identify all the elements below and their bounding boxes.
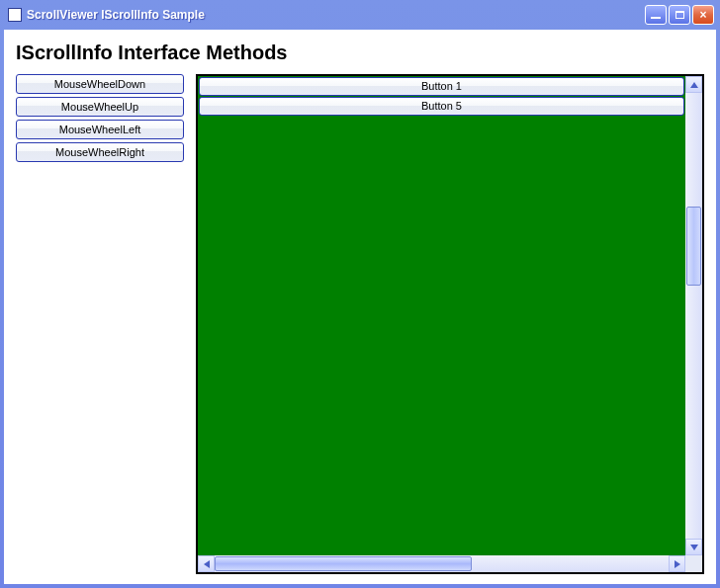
scrollbar-corner [685, 555, 702, 572]
close-button[interactable]: × [692, 5, 714, 25]
mouse-wheel-left-button[interactable]: MouseWheelLeft [16, 120, 184, 139]
maximize-button[interactable] [669, 5, 690, 25]
viewport-row: Button 1 Button 5 [198, 76, 702, 555]
app-window: ScrollViewer IScrollInfo Sample × IScrol… [0, 0, 720, 588]
minimize-button[interactable] [645, 5, 667, 25]
content-button-5[interactable]: Button 5 [199, 97, 684, 116]
horizontal-scroll-thumb[interactable] [215, 556, 472, 571]
content-button-1[interactable]: Button 1 [199, 77, 684, 96]
maximize-icon [675, 11, 684, 19]
scroll-left-button[interactable] [198, 555, 215, 572]
scroll-viewer: Button 1 Button 5 [196, 74, 704, 574]
title-bar[interactable]: ScrollViewer IScrollInfo Sample × [4, 4, 716, 30]
mouse-wheel-up-button[interactable]: MouseWheelUp [16, 97, 184, 117]
arrow-down-icon [690, 545, 698, 550]
client-area: IScrollInfo Interface Methods MouseWheel… [4, 30, 716, 584]
scroll-viewport[interactable]: Button 1 Button 5 [198, 76, 685, 555]
window-controls: × [645, 5, 714, 25]
vertical-scroll-thumb[interactable] [686, 207, 701, 286]
arrow-left-icon [204, 560, 210, 568]
close-icon: × [699, 9, 706, 21]
arrow-right-icon [675, 560, 680, 568]
scroll-up-button[interactable] [685, 76, 702, 93]
scroll-content: Button 1 Button 5 [198, 76, 685, 116]
window-title: ScrollViewer IScrollInfo Sample [27, 8, 645, 22]
page-heading: IScrollInfo Interface Methods [16, 42, 704, 64]
arrow-up-icon [690, 82, 698, 88]
horizontal-scrollbar-row [198, 555, 702, 572]
horizontal-scrollbar[interactable] [198, 555, 685, 572]
side-button-panel: MouseWheelDown MouseWheelUp MouseWheelLe… [16, 74, 184, 574]
scroll-down-button[interactable] [685, 539, 702, 555]
minimize-icon [651, 17, 661, 19]
mouse-wheel-down-button[interactable]: MouseWheelDown [16, 74, 184, 94]
horizontal-scroll-track[interactable] [215, 555, 669, 572]
content-row: MouseWheelDown MouseWheelUp MouseWheelLe… [16, 74, 704, 574]
app-icon [8, 8, 22, 22]
scroll-right-button[interactable] [669, 555, 685, 572]
mouse-wheel-right-button[interactable]: MouseWheelRight [16, 142, 184, 162]
vertical-scrollbar[interactable] [685, 76, 702, 555]
vertical-scroll-track[interactable] [685, 93, 702, 539]
